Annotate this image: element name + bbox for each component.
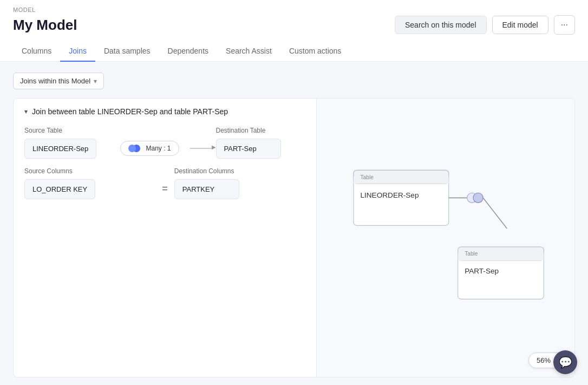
arrow-connector (186, 148, 216, 149)
destination-table-section: Destination Table PART-Sep (216, 127, 305, 159)
page-header: MODEL My Model Search on this model Edit… (0, 0, 588, 62)
source-column-value: LO_ORDER KEY (24, 179, 95, 199)
join-item-title: Join between table LINEORDER-Sep and tab… (32, 107, 228, 116)
destination-columns-label: Destination Columns (174, 167, 305, 175)
source-columns-label: Source Columns (24, 167, 155, 175)
destination-table-value: PART-Sep (216, 139, 281, 159)
join-type-label: Many : 1 (146, 145, 171, 152)
tab-dependents[interactable]: Dependents (159, 41, 218, 62)
arrow-line-icon (190, 148, 212, 149)
edit-model-button[interactable]: Edit model (492, 16, 548, 34)
destination-columns-section: Destination Columns PARTKEY (174, 167, 305, 199)
join-item-header: ▾ Join between table LINEORDER-Sep and t… (24, 107, 305, 116)
joins-filter-dropdown[interactable]: Joins within this Model ▾ (13, 73, 104, 89)
tab-data-samples[interactable]: Data samples (95, 41, 159, 62)
tabs-nav: Columns Joins Data samples Dependents Se… (13, 41, 575, 61)
collapse-icon[interactable]: ▾ (24, 108, 28, 115)
tab-columns[interactable]: Columns (13, 41, 60, 62)
equals-icon: = (155, 183, 174, 194)
joins-list: ▾ Join between table LINEORDER-Sep and t… (14, 99, 317, 377)
svg-text:PART-Sep: PART-Sep (465, 267, 499, 275)
tab-joins[interactable]: Joins (60, 41, 95, 62)
svg-line-8 (483, 198, 507, 229)
destination-column-value: PARTKEY (174, 179, 239, 199)
lineorder-node: Table LINEORDER-Sep (354, 170, 449, 225)
source-table-value: LINEORDER-Sep (24, 139, 96, 159)
part-sep-node: Table PART-Sep (458, 247, 544, 299)
header-actions: Search on this model Edit model ··· (395, 15, 575, 35)
svg-text:Table: Table (360, 174, 374, 180)
more-options-button[interactable]: ··· (554, 15, 575, 35)
model-label: MODEL (13, 6, 575, 13)
diagram-panel: Table LINEORDER-Sep Table PART-Sep (317, 99, 574, 377)
tables-row: Source Table LINEORDER-Sep Many : 1 (24, 127, 305, 159)
diagram-svg: Table LINEORDER-Sep Table PART-Sep (317, 99, 574, 377)
join-type-badge: Many : 1 (120, 141, 179, 156)
columns-row: Source Columns LO_ORDER KEY = Destinatio… (24, 167, 305, 199)
filter-bar: Joins within this Model ▾ (13, 73, 575, 89)
source-table-label: Source Table (24, 127, 114, 134)
svg-point-7 (473, 193, 483, 203)
search-model-button[interactable]: Search on this model (395, 16, 487, 34)
page-title: My Model (13, 17, 77, 34)
join-detail: Source Table LINEORDER-Sep Many : 1 (24, 127, 305, 199)
joins-panel: ▾ Join between table LINEORDER-Sep and t… (13, 98, 575, 377)
zoom-level: 56% (537, 356, 551, 364)
chat-button[interactable]: 💬 (553, 350, 577, 374)
chat-icon: 💬 (559, 356, 572, 369)
tab-search-assist[interactable]: Search Assist (217, 41, 280, 62)
chevron-down-icon: ▾ (94, 77, 97, 85)
main-content: Joins within this Model ▾ ▾ Join between… (0, 62, 588, 376)
more-icon: ··· (561, 20, 568, 30)
tab-custom-actions[interactable]: Custom actions (280, 41, 350, 62)
columns-section: Source Columns LO_ORDER KEY = Destinatio… (24, 167, 305, 199)
source-table-section: Source Table LINEORDER-Sep (24, 127, 114, 159)
source-columns-section: Source Columns LO_ORDER KEY (24, 167, 155, 199)
circle-left (128, 145, 136, 152)
join-circles-icon (128, 145, 140, 152)
filter-label: Joins within this Model (20, 77, 90, 85)
svg-text:LINEORDER-Sep: LINEORDER-Sep (360, 191, 419, 199)
destination-table-label: Destination Table (216, 127, 305, 134)
header-row: My Model Search on this model Edit model… (13, 15, 575, 41)
join-type-connector: Many : 1 (114, 141, 185, 156)
svg-text:Table: Table (465, 251, 478, 257)
